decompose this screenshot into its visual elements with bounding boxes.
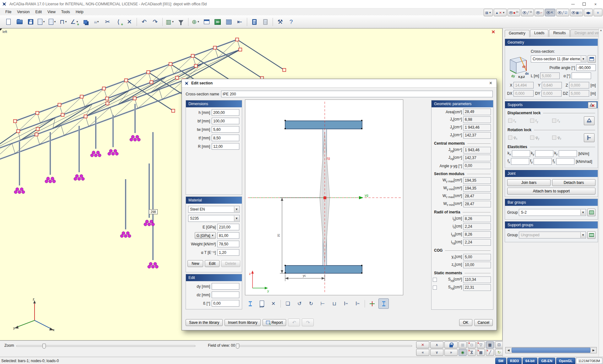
tab-results[interactable]: Results [549,29,570,37]
show-bars-button[interactable]: ╱11 [521,9,534,16]
kx-input[interactable] [512,150,530,157]
cut-horizontal-button[interactable]: Ι✂ [341,298,351,309]
menu-edit[interactable]: Edit [32,9,45,15]
weld-sections-button[interactable]: ⊔ [329,298,340,309]
lock-view-button[interactable] [444,341,458,348]
close-button[interactable]: × [590,0,601,8]
alphaT-input[interactable] [217,249,239,256]
menu-version[interactable]: Version [14,9,32,15]
delete-shape-button[interactable]: ✕ [268,298,279,309]
add-node-icon[interactable]: ∠+▼ [69,17,80,27]
material-grade-select[interactable]: S235▼ [188,215,240,222]
sidebar-horizontal-scrollbar[interactable]: ◀ ▶ [505,347,597,353]
report-button[interactable]: Report [263,319,286,326]
menu-view[interactable]: View [45,9,58,15]
filter-icon[interactable] [176,17,186,27]
G-input[interactable] [217,232,239,239]
tab-loads[interactable]: Loads [530,29,549,37]
dimension-input[interactable] [212,118,239,124]
edit-input[interactable] [212,292,239,298]
show-grid-toggle-button[interactable]: ▦□ [570,9,583,16]
flip-view-button[interactable]: ◀▶ [584,9,593,16]
dimension-input[interactable] [212,126,239,133]
new-material-button[interactable]: New [187,260,203,267]
checkbox[interactable] [433,278,437,282]
support-group-manager-button[interactable] [587,231,595,239]
section-manager-button[interactable] [588,55,596,63]
show-axes-button[interactable]: ⌐ [535,9,544,16]
G-select[interactable]: G [GPa]▼ [195,232,216,239]
sidebar-vertical-scrollbar[interactable]: ▲ [599,28,603,357]
settings-wrench-icon[interactable]: ⚒ [275,17,285,27]
ok-button[interactable]: OK [459,319,472,326]
close-view-icon[interactable]: ✕ [491,29,495,35]
pinned-support-button[interactable] [584,116,595,125]
dialog-title-bar[interactable]: Edit section × [182,79,497,88]
cross-section-select[interactable]: Cross-section 11 (Bar eleme...▼ [531,56,586,62]
delete-view-button[interactable]: ✕ [416,341,429,348]
maximize-button[interactable] [579,0,590,8]
edit-input[interactable] [212,300,239,307]
profile-angle-input[interactable] [576,64,596,71]
minimize-button[interactable] [567,0,579,8]
select-hourglass-button[interactable]: ⋈+ [468,349,476,356]
delete-support-button[interactable] [588,102,597,109]
save-icon[interactable] [25,17,36,27]
copy-elements-icon[interactable] [80,17,91,27]
show-nodes-button[interactable]: ■11 [508,9,520,16]
pan-down-button[interactable]: ∨ [430,349,443,356]
section-preview-canvas[interactable]: yg zg zc [245,99,403,295]
fy-input[interactable] [534,158,552,165]
zoom-window-button[interactable]: ⊡ [495,341,503,348]
help-config-icon[interactable]: ? [286,17,296,27]
edit-pencil-button[interactable]: ╱+ [486,349,494,356]
ky-input[interactable] [535,150,553,157]
cut-vertical-button[interactable]: Ι✂ [352,298,363,309]
new-file-icon[interactable] [3,17,14,27]
menu-help[interactable]: Help [73,9,86,15]
insert-to-slab-icon[interactable]: ⇤ [234,17,245,27]
zoom-slider[interactable] [16,345,195,347]
results-grid-icon[interactable] [223,17,234,27]
bar-group-manager-button[interactable] [587,209,595,216]
move-origin-button[interactable] [367,298,377,309]
fov-slider[interactable] [236,345,412,347]
copy-shape-button[interactable]: ❏ [283,298,293,309]
snap-grid-button[interactable]: ▩ [486,341,494,348]
view-3d-icon[interactable]: 3D [212,17,223,27]
delete-element-icon[interactable]: ✕ [124,17,135,27]
scroll-left-icon[interactable]: ◀ [506,347,511,353]
select-window-button[interactable]: □+ [468,341,476,348]
checkbox[interactable] [433,286,437,290]
status-badge-r3d3[interactable]: R3D3 [507,358,522,364]
zoom-slider-thumb[interactable] [42,344,46,349]
kz-input[interactable] [559,150,577,157]
rotate-right-button[interactable]: ↻ [306,298,316,309]
loads-icon[interactable]: ↓↓↓▼ [91,17,102,27]
material-type-select[interactable]: Steel EN▼ [188,206,240,213]
section-display-icon[interactable]: ▥▼ [165,17,175,27]
edit-input[interactable] [212,283,239,290]
status-badge-sm[interactable]: SM [495,358,506,364]
dxf-import-button[interactable]: DXF [257,298,267,309]
fixed-support-button[interactable] [584,133,595,142]
print-layout-icon[interactable]: ▼ [36,17,47,27]
status-badge-opengl[interactable]: OpenGL [556,358,575,364]
attach-bars-to-support-button[interactable]: Attach bars to support [507,188,595,195]
select-polygon-button[interactable]: ▽+ [477,341,485,348]
calculator-icon[interactable] [249,17,260,27]
dimension-input[interactable] [212,143,239,150]
open-folder-icon[interactable] [14,17,25,27]
weight-input[interactable] [217,241,239,247]
scrollbar-thumb[interactable] [512,348,590,353]
dimension-input[interactable] [212,135,239,141]
status-badge-64-bit[interactable]: 64-bit [523,358,537,364]
menu-tools[interactable]: Tools [58,9,73,15]
alpha-input[interactable] [572,72,591,79]
menu-file[interactable]: File [3,9,14,15]
fx-input[interactable] [511,158,529,165]
bar-group-select[interactable]: S-2▼ [519,209,586,216]
show-lines-toggle-button[interactable]: ╱☑ [556,9,569,16]
save-in-library-button[interactable]: Save in the library [186,319,223,326]
detach-bars-button[interactable]: Detach bars [552,179,595,186]
